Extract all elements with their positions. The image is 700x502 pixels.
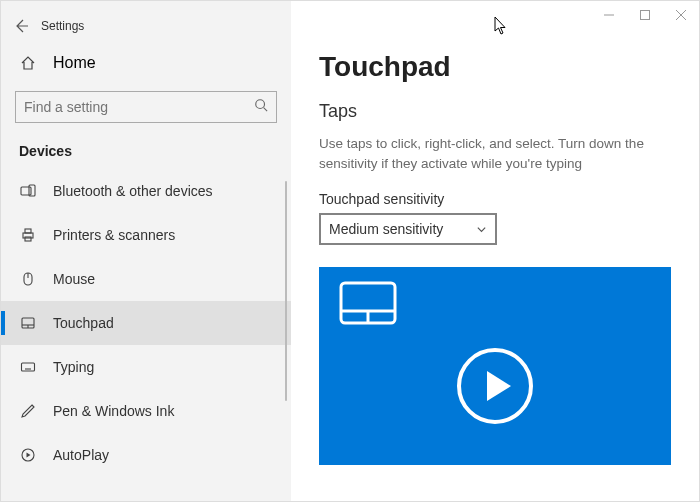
sidebar-item-bluetooth[interactable]: Bluetooth & other devices [1,169,291,213]
svg-rect-18 [641,11,650,20]
sensitivity-dropdown[interactable]: Medium sensitivity [319,213,497,245]
svg-rect-4 [25,229,31,233]
maximize-button[interactable] [627,1,663,29]
section-description: Use taps to click, right-click, and sele… [319,134,659,173]
autoplay-icon [19,447,37,463]
sidebar-item-touchpad[interactable]: Touchpad [1,301,291,345]
minimize-button[interactable] [591,1,627,29]
close-button[interactable] [663,1,699,29]
nav-list: Bluetooth & other devices Printers & sca… [1,169,291,477]
sidebar-item-pen[interactable]: Pen & Windows Ink [1,389,291,433]
nav-group-label: Devices [1,137,291,169]
window-title: Settings [41,19,84,33]
search-box[interactable] [15,91,277,123]
play-button[interactable] [457,348,533,424]
minimize-icon [604,10,614,20]
touchpad-icon [19,315,37,331]
sidebar-item-label: Bluetooth & other devices [53,183,213,199]
home-nav[interactable]: Home [1,43,291,83]
svg-point-0 [256,100,265,109]
window-controls [591,1,699,29]
sidebar-item-label: Printers & scanners [53,227,175,243]
pen-icon [19,403,37,419]
search-icon [254,98,268,116]
search-input[interactable] [24,99,254,115]
content-inner: Touchpad Taps Use taps to click, right-c… [291,1,699,465]
settings-window: Settings Home Devices Bluetooth & other … [0,0,700,502]
touchpad-preview-video[interactable] [319,267,671,465]
mouse-icon [19,271,37,287]
dropdown-value: Medium sensitivity [329,221,443,237]
sidebar-item-autoplay[interactable]: AutoPlay [1,433,291,477]
home-icon [19,55,37,71]
back-button[interactable] [1,9,41,43]
play-icon [487,371,511,401]
sidebar-item-printers[interactable]: Printers & scanners [1,213,291,257]
sidebar-item-label: Mouse [53,271,95,287]
sidebar-item-label: Typing [53,359,94,375]
bluetooth-other-icon [19,183,37,199]
keyboard-icon [19,359,37,375]
sidebar-item-label: AutoPlay [53,447,109,463]
close-icon [676,10,686,20]
sidebar-item-typing[interactable]: Typing [1,345,291,389]
maximize-icon [640,10,650,20]
back-arrow-icon [13,18,29,34]
sidebar: Settings Home Devices Bluetooth & other … [1,1,291,501]
touchpad-glyph-icon [339,281,397,329]
sidebar-item-label: Touchpad [53,315,114,331]
chevron-down-icon [476,224,487,235]
sensitivity-label: Touchpad sensitivity [319,191,671,207]
sidebar-item-label: Pen & Windows Ink [53,403,174,419]
titlebar: Settings [1,9,291,43]
sidebar-item-mouse[interactable]: Mouse [1,257,291,301]
sidebar-scrollbar[interactable] [285,181,287,401]
page-title: Touchpad [319,51,671,83]
printer-icon [19,227,37,243]
home-label: Home [53,54,96,72]
svg-rect-11 [22,363,35,371]
content-pane: Touchpad Taps Use taps to click, right-c… [291,1,699,501]
section-title: Taps [319,101,671,122]
